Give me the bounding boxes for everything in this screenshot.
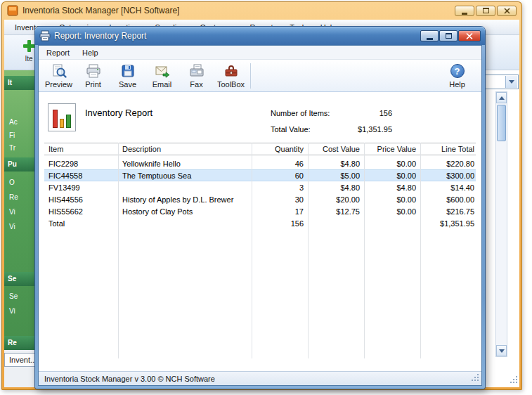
scrollbar-thumb[interactable] — [497, 105, 506, 141]
sidebar-item-find[interactable]: Fi — [4, 130, 37, 141]
cell-description: The Temptuous Sea — [118, 171, 252, 180]
column-header-line-total[interactable]: Line Total — [420, 145, 476, 153]
bar-chart-icon — [48, 103, 76, 131]
report-minimize-button[interactable] — [420, 30, 439, 41]
report-close-button[interactable] — [458, 30, 481, 41]
toolbox-button[interactable]: ToolBox — [214, 60, 248, 91]
maximize-button[interactable] — [476, 6, 495, 16]
sidebar-item-view-1[interactable]: Vi — [4, 207, 37, 218]
column-divider — [118, 143, 119, 358]
sidebar-item-orders[interactable]: O — [4, 177, 37, 188]
report-menu-report[interactable]: Report — [40, 46, 76, 59]
preview-label: Preview — [45, 80, 72, 89]
report-menu-help[interactable]: Help — [76, 46, 105, 59]
close-icon — [504, 8, 510, 14]
email-icon — [155, 63, 170, 79]
table-row[interactable]: FIC2298 Yellowknife Hello 46 $4.80 $0.00… — [44, 157, 476, 169]
report-maximize-button[interactable] — [439, 30, 458, 41]
app-icon — [7, 5, 18, 16]
cell-price-value: $0.00 — [364, 171, 420, 180]
cell-price-value: $0.00 — [364, 195, 420, 204]
cell-item: HIS55662 — [44, 207, 118, 216]
table-row[interactable]: FV13499 3 $4.80 $4.80 $14.40 — [44, 181, 476, 193]
column-header-description[interactable]: Description — [118, 145, 252, 153]
help-button[interactable]: ? Help — [440, 60, 474, 91]
sidebar-item-view-2[interactable]: Vi — [4, 221, 37, 233]
preview-icon — [51, 63, 67, 79]
email-label: Email — [153, 80, 172, 89]
help-label: Help — [449, 80, 465, 89]
table-row[interactable]: HIS55662 Hostory of Clay Pots 17 $12.75 … — [44, 205, 476, 217]
main-resize-grip[interactable] — [510, 375, 519, 387]
sidebar-header-reports: Re — [4, 336, 37, 350]
column-header-price-value[interactable]: Price Value — [364, 145, 420, 153]
sidebar-item-receive[interactable]: Re — [4, 192, 37, 203]
report-titlebar[interactable]: Report: Inventory Report — [35, 27, 485, 45]
cell-cost-value: $5.00 — [308, 171, 364, 180]
cell-item: HIS44556 — [44, 195, 118, 204]
report-statusbar: Inventoria Stock Manager v 3.00 © NCH So… — [39, 371, 481, 385]
print-button[interactable]: Print — [76, 60, 110, 91]
column-header-quantity[interactable]: Quantity — [252, 145, 308, 153]
items-count-value: 156 — [297, 109, 392, 117]
table-row[interactable]: FIC44558 The Temptuous Sea 60 $5.00 $0.0… — [44, 169, 476, 181]
cell-cost-value: $12.75 — [308, 207, 364, 216]
save-button[interactable]: Save — [110, 60, 145, 91]
fax-button[interactable]: Fax — [179, 60, 214, 91]
minimize-icon — [427, 38, 433, 40]
minimize-icon — [462, 13, 467, 15]
sidebar-item-add[interactable]: Ac — [4, 117, 37, 128]
scroll-up-button[interactable] — [496, 92, 507, 103]
preview-button[interactable]: Preview — [41, 60, 76, 91]
sidebar-item-view-3[interactable]: Vi — [4, 306, 37, 317]
table-row[interactable]: Total 156 $1,351.95 — [44, 217, 476, 229]
scroll-down-button[interactable] — [496, 345, 507, 356]
cell-cost-value: $4.80 — [308, 183, 364, 192]
sidebar-item-sell[interactable]: Se — [4, 291, 37, 302]
cell-item: Total — [44, 219, 118, 228]
desktop: Inventoria Stock Manager [NCH Software] … — [0, 0, 532, 395]
cell-item: FV13499 — [44, 183, 118, 192]
sidebar-item-transfer[interactable]: Tr — [4, 143, 37, 154]
cell-line-total: $600.00 — [420, 195, 476, 204]
cell-price-value: $0.00 — [364, 160, 420, 168]
table-body: FIC2298 Yellowknife Hello 46 $4.80 $0.00… — [44, 155, 476, 229]
cell-line-total: $216.75 — [420, 207, 476, 216]
table-row[interactable]: HIS44556 History of Apples by D.L. Brewe… — [44, 193, 476, 205]
column-divider — [420, 143, 421, 358]
arrow-down-icon — [499, 349, 505, 353]
cell-quantity: 156 — [252, 219, 308, 228]
chevron-down-icon[interactable] — [505, 76, 517, 88]
sidebar-header-sales: Se — [4, 272, 37, 286]
main-scrollbar[interactable] — [495, 91, 507, 357]
cell-quantity: 17 — [252, 207, 308, 216]
sidebar-header-items: It — [4, 76, 37, 90]
cell-price-value: $4.80 — [364, 183, 420, 192]
close-button[interactable] — [497, 6, 517, 16]
maximize-icon — [483, 8, 489, 13]
report-title: Inventory Report — [85, 108, 153, 118]
report-body: Report Help Preview Print — [38, 45, 482, 386]
cell-line-total: $1,351.95 — [420, 219, 476, 228]
report-resize-grip[interactable] — [471, 373, 480, 384]
cell-item: FIC2298 — [44, 160, 118, 168]
toolbox-icon — [223, 63, 239, 79]
report-menubar: Report Help — [39, 46, 481, 60]
column-divider — [364, 143, 365, 358]
column-divider — [308, 143, 309, 358]
email-button[interactable]: Email — [145, 60, 179, 91]
cell-description: History of Apples by D.L. Brewer — [118, 195, 252, 204]
column-header-cost-value[interactable]: Cost Value — [308, 145, 364, 153]
column-header-item[interactable]: Item — [44, 145, 118, 153]
minimize-button[interactable] — [455, 6, 474, 16]
main-titlebar[interactable]: Inventoria Stock Manager [NCH Software] — [1, 1, 522, 20]
cell-description: Yellowknife Hello — [118, 160, 252, 168]
cell-cost-value: $4.80 — [308, 160, 364, 168]
main-window-title: Inventoria Stock Manager [NCH Software] — [22, 6, 179, 15]
report-content: Inventory Report Number of Items: 156 To… — [39, 92, 481, 371]
report-table: Item Description Quantity Cost Value Pri… — [44, 143, 476, 358]
plus-icon — [22, 39, 37, 53]
sidebar: It Ac Fi Tr Pu O Re Vi Vi Se Se Vi Re — [4, 70, 37, 350]
print-icon — [86, 63, 101, 79]
cell-cost-value: $20.00 — [308, 195, 364, 204]
